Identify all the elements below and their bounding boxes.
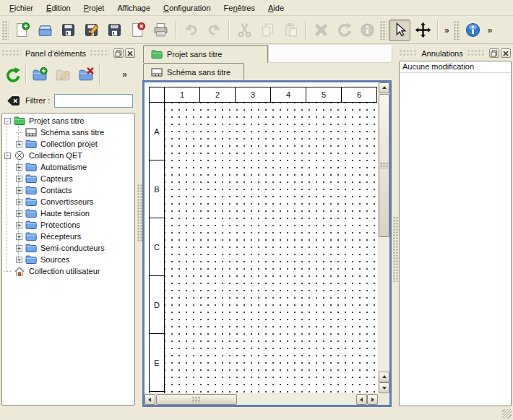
tree-expander-icon[interactable]: + — [16, 164, 22, 171]
window-resize-grip[interactable] — [502, 409, 512, 419]
horizontal-scrollbar[interactable] — [145, 394, 378, 405]
scroll-left-button[interactable] — [145, 394, 155, 405]
about-button[interactable] — [462, 20, 484, 41]
copy-icon — [259, 22, 276, 38]
undo-list[interactable]: Aucune modification — [399, 61, 512, 406]
tree-expander-icon[interactable]: + — [16, 233, 22, 240]
toolbar-grip[interactable] — [380, 21, 387, 40]
tree-item-automatisme[interactable]: +Automatisme — [2, 161, 134, 173]
toolbar-grip[interactable] — [454, 21, 460, 40]
print-button[interactable] — [150, 20, 171, 41]
select-mode-button[interactable] — [389, 20, 410, 41]
schema-canvas[interactable]: 123456 ABCDE — [145, 82, 378, 393]
schema-icon — [151, 67, 163, 77]
toolbar-overflow-button[interactable]: » — [441, 25, 452, 35]
tree-item-collection-qet[interactable]: -Collection QET — [2, 150, 134, 161]
tree-item-collection-utilisateur[interactable]: Collection utilisateur — [2, 265, 134, 277]
scroll-left-button-2[interactable] — [356, 394, 367, 405]
close-panel-button[interactable] — [501, 48, 511, 58]
tree-expander-icon[interactable]: + — [16, 222, 22, 228]
toolbar-separator — [25, 65, 27, 84]
tree-expander-icon[interactable]: - — [4, 118, 11, 124]
delete-category-button[interactable] — [76, 64, 96, 85]
elements-tree[interactable]: -Projet sans titreSchéma sans titre+Coll… — [1, 113, 135, 406]
menubar: FichierÉditionProjetAffichageConfigurati… — [0, 0, 513, 16]
tree-expander-icon[interactable]: - — [4, 153, 11, 159]
new-document-button[interactable] — [11, 20, 33, 41]
tree-expander-icon[interactable]: + — [16, 176, 22, 182]
column-header-1: 1 — [165, 87, 200, 103]
undo-panel-header[interactable]: Annulations — [400, 46, 511, 60]
menu-edition[interactable]: Édition — [40, 2, 77, 14]
menu-projet[interactable]: Projet — [77, 2, 111, 14]
right-arrow-icon — [371, 398, 376, 402]
open-document-button[interactable] — [34, 20, 56, 41]
blue-folder-icon — [25, 162, 37, 172]
tree-item-recepteurs[interactable]: +Récepteurs — [2, 231, 134, 242]
tree-expander-icon[interactable]: + — [16, 199, 22, 205]
scroll-down-button[interactable] — [379, 382, 389, 393]
scroll-up-button-2[interactable] — [379, 372, 389, 382]
menu-aide[interactable]: Aide — [262, 2, 290, 14]
new-category-button[interactable] — [30, 64, 50, 85]
clear-filter-button[interactable] — [5, 93, 21, 108]
tree-item-schema-sans-titre[interactable]: Schéma sans titre — [2, 127, 134, 138]
float-icon — [115, 50, 122, 57]
splitter-handle-left[interactable] — [137, 184, 142, 242]
vertical-scroll-thumb[interactable] — [379, 94, 389, 237]
scroll-up-button[interactable] — [379, 82, 389, 93]
toolbar-overflow-button[interactable]: » — [119, 69, 130, 80]
save-as-button[interactable] — [80, 20, 102, 41]
menu-configuration[interactable]: Configuration — [157, 2, 217, 14]
tree-item-semi-conducteurs[interactable]: +Semi-conducteurs — [2, 242, 134, 254]
vertical-scrollbar[interactable] — [379, 82, 389, 393]
tree-item-convertisseurs[interactable]: +Convertisseurs — [2, 196, 134, 207]
filter-input[interactable] — [54, 94, 133, 108]
tree-item-capteurs[interactable]: +Capteurs — [2, 173, 134, 184]
copy-button — [256, 20, 278, 41]
dock-grip-texture[interactable] — [2, 50, 21, 56]
horizontal-scroll-thumb[interactable] — [156, 394, 237, 405]
left-arrow-icon — [146, 398, 151, 402]
save-all-button[interactable] — [103, 20, 125, 41]
dock-grip-texture[interactable] — [467, 50, 485, 56]
dock-grip-texture[interactable] — [400, 50, 417, 56]
elements-panel-header[interactable]: Panel d'éléments — [2, 46, 135, 60]
menu-fichier[interactable]: Fichier — [3, 2, 40, 14]
close-panel-button[interactable] — [125, 48, 135, 58]
tree-expander-icon[interactable]: + — [16, 187, 22, 194]
tree-expander-icon[interactable]: + — [16, 257, 22, 263]
tree-item-sources[interactable]: +Sources — [2, 254, 134, 265]
float-panel-button[interactable] — [113, 48, 124, 58]
tree-item-collection-projet[interactable]: +Collection projet — [2, 138, 134, 150]
tree-expander-icon[interactable]: + — [16, 210, 22, 217]
blue-folder-icon — [25, 185, 37, 195]
scroll-right-button[interactable] — [367, 394, 378, 405]
dock-grip-texture[interactable] — [90, 50, 109, 56]
menu-fenetres[interactable]: Fenêtres — [217, 2, 262, 14]
schema-tab[interactable]: Schéma sans titre — [143, 63, 244, 80]
close-file-button[interactable] — [126, 20, 148, 41]
tree-expander-icon[interactable]: + — [16, 141, 22, 147]
undo-panel-title: Annulations — [421, 49, 463, 58]
save-button[interactable] — [57, 20, 79, 41]
tree-item-label: Collection utilisateur — [29, 267, 100, 275]
toolbar-grip[interactable] — [2, 21, 9, 40]
reload-collections-button[interactable] — [2, 64, 22, 85]
column-header-4: 4 — [271, 87, 306, 103]
menu-affichage[interactable]: Affichage — [111, 2, 157, 14]
project-tabbar: Projet sans titre — [143, 45, 395, 63]
float-panel-button[interactable] — [489, 48, 499, 58]
move-icon — [415, 22, 431, 38]
tree-item-contacts[interactable]: +Contacts — [2, 184, 134, 196]
tree-item-haute-tension[interactable]: +Haute tension — [2, 207, 134, 219]
tree-item-protections[interactable]: +Protections — [2, 219, 134, 231]
tree-expander-icon[interactable]: + — [16, 245, 22, 252]
move-mode-button[interactable] — [412, 20, 434, 41]
float-icon — [491, 50, 498, 57]
project-tab[interactable]: Projet sans titre — [143, 45, 268, 63]
undo-list-item[interactable]: Aucune modification — [400, 61, 511, 73]
toolbar-overflow-button[interactable]: » — [485, 25, 496, 35]
tree-item-projet-sans-titre[interactable]: -Projet sans titre — [2, 115, 134, 127]
rotate-icon — [336, 22, 353, 38]
